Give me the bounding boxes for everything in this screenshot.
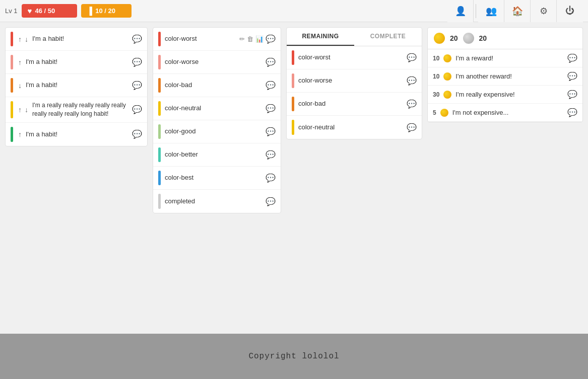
daily-item: completed💬 [153,190,281,213]
chat-icon[interactable]: 💬 [407,53,417,62]
party-icon-btn[interactable]: 👥 [478,0,504,22]
todos-panel: REMAINING COMPLETE color-worst💬color-wor… [286,27,422,139]
habit-item: ↑↓I'm a habit!💬 [6,28,147,51]
xp-value: 10 / 20 [95,7,115,15]
reward-label: I'm really expensive! [455,91,563,98]
chat-icon[interactable]: 💬 [132,129,142,139]
settings-icon-btn[interactable]: ⚙ [531,0,557,22]
chat-icon[interactable]: 💬 [132,57,142,67]
todo-label: color-bad [298,99,407,108]
down-arrow-btn[interactable]: ↓ [24,105,29,114]
todo-tabs: REMAINING COMPLETE [287,28,422,46]
color-bar [158,171,161,185]
color-bar [158,194,161,209]
logout-icon-btn[interactable]: ⏻ [557,0,583,22]
xp-bar: ▐ 10 / 20 [81,4,132,18]
rewards-header: 20 20 [428,28,582,49]
silver-amount: 20 [479,34,487,42]
color-bar [158,32,161,46]
up-arrow-btn[interactable]: ↑ [17,105,23,114]
habit-arrows: ↑↓ [17,105,29,114]
daily-label: color-worst [165,34,236,43]
up-arrow-btn[interactable]: ↑ [17,35,23,44]
daily-label: color-better [165,150,263,159]
bar-chart-icon: ▐ [87,7,93,15]
power-icon: ⏻ [565,6,574,16]
chat-icon[interactable]: 💬 [567,53,577,63]
chat-icon[interactable]: 💬 [266,127,276,136]
chat-icon[interactable]: 💬 [266,173,276,183]
chat-icon[interactable]: 💬 [567,90,577,99]
reward-cost: 5 [433,109,436,116]
color-bar [292,120,294,135]
habit-label: I'm a habit! [32,34,132,43]
color-bar [292,73,294,88]
color-bar [292,50,294,65]
habit-label: I'm a habit! [26,57,132,66]
reward-coin-icon [440,109,448,117]
habit-arrows: ↑↓ [17,35,29,44]
top-bar-icons: 👤 👥 🏠 ⚙ ⏻ [447,0,583,22]
down-arrow-btn[interactable]: ↓ [17,81,23,90]
tab-remaining[interactable]: REMAINING [287,28,354,46]
inn-icon-btn[interactable]: 🏠 [504,0,531,22]
edit-icon[interactable]: ✏ [239,35,245,43]
daily-item: color-worst✏🗑📊💬 [153,28,281,51]
reward-item: 5I'm not expensive...💬 [428,104,582,122]
reward-item: 10I'm another reward!💬 [428,67,582,86]
down-arrow-btn[interactable]: ↓ [24,35,29,44]
reward-item: 10I'm a reward!💬 [428,49,582,67]
daily-actions: 💬 [266,150,276,160]
habits-list: ↑↓I'm a habit!💬↑I'm a habit!💬↓I'm a habi… [6,28,147,146]
chat-icon[interactable]: 💬 [407,76,417,86]
chat-icon[interactable]: 💬 [266,81,276,90]
chat-icon[interactable]: 💬 [132,81,142,90]
color-bar [158,55,161,69]
user-icon: 👤 [455,6,466,17]
todo-item: color-worst💬 [287,46,422,69]
main-content: ↑↓I'm a habit!💬↑I'm a habit!💬↓I'm a habi… [0,22,588,218]
reward-cost: 10 [433,73,439,80]
color-bar [11,101,13,118]
tab-complete[interactable]: COMPLETE [354,28,422,46]
heart-icon: ♥ [28,7,32,15]
daily-actions: 💬 [266,104,276,113]
habit-item: ↑I'm a habit!💬 [6,51,147,74]
chat-icon[interactable]: 💬 [266,57,276,67]
color-bar [292,97,294,111]
chat-icon[interactable]: 💬 [266,197,276,206]
chat-icon[interactable]: 💬 [567,108,577,117]
daily-actions: 💬 [266,173,276,183]
house-icon: 🏠 [512,6,523,17]
habit-label: I'm a really really really really really… [32,101,132,118]
chat-icon[interactable]: 💬 [132,34,142,44]
daily-label: color-neutral [165,104,263,113]
daily-actions: ✏🗑📊💬 [239,34,276,44]
chat-icon[interactable]: 💬 [266,150,276,160]
silver-coin-icon [463,33,474,44]
habit-label: I'm a habit! [26,81,132,90]
habit-arrows: ↑ [17,58,23,67]
up-arrow-btn[interactable]: ↑ [17,130,23,139]
chat-icon[interactable]: 💬 [266,34,276,44]
todo-item: color-neutral💬 [287,116,422,139]
reward-label: I'm not expensive... [452,109,563,116]
daily-label: color-best [165,173,263,182]
color-bar [11,32,13,46]
habit-arrows: ↑ [17,130,23,139]
up-arrow-btn[interactable]: ↑ [17,58,23,67]
profile-icon-btn[interactable]: 👤 [447,0,474,22]
chat-icon[interactable]: 💬 [407,123,417,132]
delete-icon[interactable]: 🗑 [247,35,253,43]
dailies-list: color-worst✏🗑📊💬color-worse💬color-bad💬col… [153,28,281,213]
chat-icon[interactable]: 💬 [567,71,577,81]
daily-item: color-good💬 [153,120,281,143]
level-label: Lv 1 [5,7,18,15]
daily-item: color-neutral💬 [153,97,281,120]
chat-icon[interactable]: 💬 [407,99,417,109]
reward-coin-icon [443,72,451,81]
chat-icon[interactable]: 💬 [132,105,142,114]
chat-icon[interactable]: 💬 [266,104,276,113]
daily-actions: 💬 [266,127,276,136]
stats-icon[interactable]: 📊 [255,35,264,43]
